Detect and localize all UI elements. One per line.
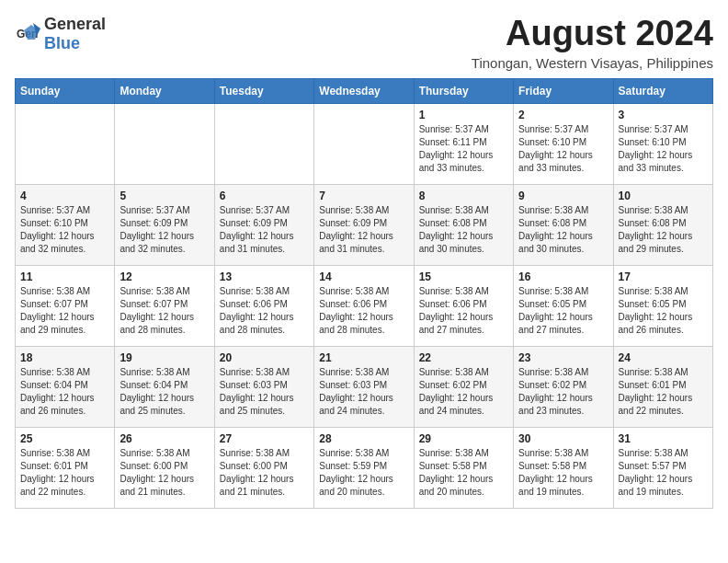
calendar-cell: 31Sunrise: 5:38 AMSunset: 5:57 PMDayligh… (613, 427, 712, 508)
calendar-week-4: 18Sunrise: 5:38 AMSunset: 6:04 PMDayligh… (16, 346, 713, 427)
day-number: 14 (319, 270, 408, 283)
calendar-cell: 28Sunrise: 5:38 AMSunset: 5:59 PMDayligh… (314, 427, 414, 508)
day-info: Sunrise: 5:38 AMSunset: 5:58 PMDaylight:… (419, 447, 508, 499)
weekday-header-monday: Monday (115, 78, 214, 103)
calendar-cell: 13Sunrise: 5:38 AMSunset: 6:06 PMDayligh… (214, 265, 313, 346)
day-number: 21 (319, 351, 408, 364)
calendar-cell (214, 103, 313, 184)
calendar-header: SundayMondayTuesdayWednesdayThursdayFrid… (16, 78, 713, 103)
day-info: Sunrise: 5:38 AMSunset: 6:00 PMDaylight:… (119, 447, 209, 499)
day-number: 11 (20, 270, 109, 283)
day-number: 26 (119, 432, 209, 445)
day-info: Sunrise: 5:38 AMSunset: 5:57 PMDaylight:… (619, 447, 708, 499)
day-info: Sunrise: 5:38 AMSunset: 6:07 PMDaylight:… (20, 285, 109, 337)
calendar-cell (16, 103, 115, 184)
logo: Gen General Blue (15, 15, 106, 53)
calendar-cell: 27Sunrise: 5:38 AMSunset: 6:00 PMDayligh… (214, 427, 313, 508)
calendar-cell: 4Sunrise: 5:37 AMSunset: 6:10 PMDaylight… (16, 184, 115, 265)
calendar-cell (314, 103, 414, 184)
calendar-week-1: 1Sunrise: 5:37 AMSunset: 6:11 PMDaylight… (16, 103, 713, 184)
calendar-cell: 26Sunrise: 5:38 AMSunset: 6:00 PMDayligh… (115, 427, 214, 508)
logo-text-general: General (44, 15, 106, 33)
day-info: Sunrise: 5:38 AMSunset: 6:06 PMDaylight:… (319, 285, 408, 337)
calendar-cell: 20Sunrise: 5:38 AMSunset: 6:03 PMDayligh… (214, 346, 313, 427)
day-number: 1 (419, 109, 508, 121)
day-number: 15 (419, 270, 508, 283)
day-info: Sunrise: 5:37 AMSunset: 6:09 PMDaylight:… (220, 204, 309, 256)
weekday-header-tuesday: Tuesday (214, 78, 313, 103)
calendar-cell: 15Sunrise: 5:38 AMSunset: 6:06 PMDayligh… (414, 265, 513, 346)
calendar-cell: 19Sunrise: 5:38 AMSunset: 6:04 PMDayligh… (115, 346, 214, 427)
calendar-cell: 23Sunrise: 5:38 AMSunset: 6:02 PMDayligh… (514, 346, 613, 427)
day-info: Sunrise: 5:38 AMSunset: 6:05 PMDaylight:… (619, 285, 708, 337)
day-info: Sunrise: 5:38 AMSunset: 5:59 PMDaylight:… (319, 447, 408, 499)
day-info: Sunrise: 5:37 AMSunset: 6:10 PMDaylight:… (619, 123, 708, 175)
calendar-cell: 6Sunrise: 5:37 AMSunset: 6:09 PMDaylight… (214, 184, 313, 265)
day-number: 5 (119, 190, 209, 202)
calendar-cell: 12Sunrise: 5:38 AMSunset: 6:07 PMDayligh… (115, 265, 214, 346)
calendar-cell: 1Sunrise: 5:37 AMSunset: 6:11 PMDaylight… (414, 103, 513, 184)
day-info: Sunrise: 5:37 AMSunset: 6:11 PMDaylight:… (419, 123, 508, 175)
location-subtitle: Tinongan, Western Visayas, Philippines (472, 55, 713, 71)
day-number: 8 (419, 190, 508, 202)
day-info: Sunrise: 5:38 AMSunset: 6:03 PMDaylight:… (220, 366, 309, 418)
day-number: 17 (619, 270, 708, 283)
day-number: 18 (20, 351, 109, 364)
title-section: August 2024 Tinongan, Western Visayas, P… (472, 15, 713, 71)
day-number: 16 (518, 270, 608, 283)
calendar-cell: 2Sunrise: 5:37 AMSunset: 6:10 PMDaylight… (514, 103, 613, 184)
weekday-header-wednesday: Wednesday (314, 78, 414, 103)
day-info: Sunrise: 5:38 AMSunset: 6:07 PMDaylight:… (119, 285, 209, 337)
day-number: 25 (20, 432, 109, 445)
day-number: 20 (220, 351, 309, 364)
day-info: Sunrise: 5:38 AMSunset: 6:00 PMDaylight:… (220, 447, 309, 499)
day-number: 22 (419, 351, 508, 364)
day-info: Sunrise: 5:38 AMSunset: 6:04 PMDaylight:… (20, 366, 109, 418)
day-number: 3 (619, 109, 708, 121)
logo-icon: Gen (15, 21, 40, 47)
month-year-title: August 2024 (472, 15, 713, 53)
day-info: Sunrise: 5:38 AMSunset: 6:09 PMDaylight:… (319, 204, 408, 256)
day-info: Sunrise: 5:37 AMSunset: 6:10 PMDaylight:… (20, 204, 109, 256)
day-info: Sunrise: 5:38 AMSunset: 6:06 PMDaylight:… (419, 285, 508, 337)
calendar-cell: 14Sunrise: 5:38 AMSunset: 6:06 PMDayligh… (314, 265, 414, 346)
page-header: Gen General Blue August 2024 Tinongan, W… (15, 15, 713, 71)
calendar-cell: 3Sunrise: 5:37 AMSunset: 6:10 PMDaylight… (613, 103, 712, 184)
day-info: Sunrise: 5:37 AMSunset: 6:10 PMDaylight:… (518, 123, 608, 175)
day-number: 7 (319, 190, 408, 202)
calendar-cell: 10Sunrise: 5:38 AMSunset: 6:08 PMDayligh… (613, 184, 712, 265)
calendar-cell: 21Sunrise: 5:38 AMSunset: 6:03 PMDayligh… (314, 346, 414, 427)
day-number: 6 (220, 190, 309, 202)
calendar-cell: 25Sunrise: 5:38 AMSunset: 6:01 PMDayligh… (16, 427, 115, 508)
day-number: 9 (518, 190, 608, 202)
calendar-body: 1Sunrise: 5:37 AMSunset: 6:11 PMDaylight… (16, 103, 713, 508)
weekday-header-thursday: Thursday (414, 78, 513, 103)
day-number: 10 (619, 190, 708, 202)
day-number: 29 (419, 432, 508, 445)
logo-text-blue: Blue (44, 34, 80, 52)
day-number: 30 (518, 432, 608, 445)
calendar-cell: 18Sunrise: 5:38 AMSunset: 6:04 PMDayligh… (16, 346, 115, 427)
calendar-cell: 22Sunrise: 5:38 AMSunset: 6:02 PMDayligh… (414, 346, 513, 427)
calendar-cell: 8Sunrise: 5:38 AMSunset: 6:08 PMDaylight… (414, 184, 513, 265)
day-info: Sunrise: 5:37 AMSunset: 6:09 PMDaylight:… (119, 204, 209, 256)
weekday-header-sunday: Sunday (16, 78, 115, 103)
calendar-table: SundayMondayTuesdayWednesdayThursdayFrid… (15, 78, 713, 509)
day-info: Sunrise: 5:38 AMSunset: 6:08 PMDaylight:… (419, 204, 508, 256)
calendar-cell: 7Sunrise: 5:38 AMSunset: 6:09 PMDaylight… (314, 184, 414, 265)
calendar-cell: 11Sunrise: 5:38 AMSunset: 6:07 PMDayligh… (16, 265, 115, 346)
day-number: 27 (220, 432, 309, 445)
day-number: 28 (319, 432, 408, 445)
weekday-header-friday: Friday (514, 78, 613, 103)
calendar-week-2: 4Sunrise: 5:37 AMSunset: 6:10 PMDaylight… (16, 184, 713, 265)
day-info: Sunrise: 5:38 AMSunset: 6:02 PMDaylight:… (419, 366, 508, 418)
calendar-cell: 30Sunrise: 5:38 AMSunset: 5:58 PMDayligh… (514, 427, 613, 508)
calendar-cell: 24Sunrise: 5:38 AMSunset: 6:01 PMDayligh… (613, 346, 712, 427)
day-info: Sunrise: 5:38 AMSunset: 6:02 PMDaylight:… (518, 366, 608, 418)
day-number: 23 (518, 351, 608, 364)
day-info: Sunrise: 5:38 AMSunset: 6:05 PMDaylight:… (518, 285, 608, 337)
calendar-cell: 17Sunrise: 5:38 AMSunset: 6:05 PMDayligh… (613, 265, 712, 346)
weekday-header-saturday: Saturday (613, 78, 712, 103)
calendar-cell: 5Sunrise: 5:37 AMSunset: 6:09 PMDaylight… (115, 184, 214, 265)
day-info: Sunrise: 5:38 AMSunset: 6:01 PMDaylight:… (619, 366, 708, 418)
